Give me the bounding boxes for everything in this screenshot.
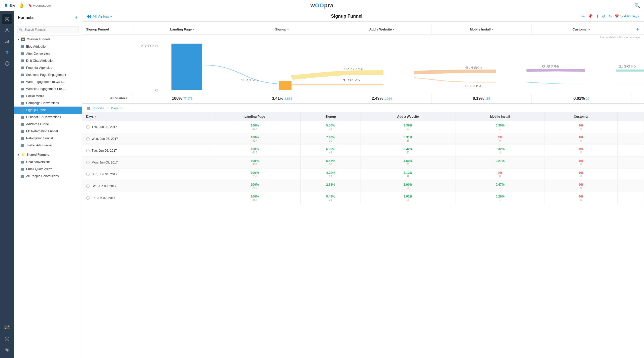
search-input[interactable] <box>17 26 79 33</box>
date-radio[interactable] <box>86 149 90 152</box>
refresh-icon[interactable]: ↻ <box>609 14 612 19</box>
chevron-down-icon: ▾ <box>193 28 194 31</box>
rail-dashboard-icon[interactable] <box>2 14 12 24</box>
cohorts-button[interactable]: Cohorts <box>92 106 104 110</box>
rail-analytics-icon[interactable] <box>2 36 12 46</box>
cell-mobile: 0.32% 2 <box>455 145 545 157</box>
cell-mobile: 0.30% 1 <box>455 121 545 133</box>
rail-timer-icon[interactable] <box>2 58 12 69</box>
sidebar-item-label: After Conversion <box>26 52 50 55</box>
sidebar-item-hubspot-lp[interactable]: Hubspot LP Conversions <box>14 114 82 121</box>
funnel-item-icon <box>21 88 24 90</box>
cell-landing: 100% 613 <box>209 145 301 157</box>
col-header-signup[interactable]: Signup ▾ <box>232 24 332 35</box>
app-logo: wOOpra <box>310 2 334 9</box>
date-radio[interactable] <box>86 196 90 200</box>
date-range-button[interactable]: 📅 Last 90 Days <box>615 14 639 18</box>
svg-point-1 <box>6 18 8 20</box>
cell-website: 3.42% 21 <box>361 145 455 157</box>
funnel-item-icon <box>21 81 24 83</box>
th-days[interactable]: Days ▾ <box>82 112 209 121</box>
rail-settings-icon[interactable] <box>2 345 12 355</box>
chevron-down-icon: ▾ <box>287 28 289 31</box>
sidebar-item-twitter-ads[interactable]: Twitter Ads Funnel <box>14 142 82 149</box>
grid-icon: ▦ <box>87 106 90 110</box>
bookmark-icon: 🔖 <box>28 4 32 7</box>
cell-landing: 100% 456 <box>209 157 301 169</box>
share-icon[interactable]: ↪ <box>581 14 585 19</box>
cell-date: Fri, Jun 02, 2017 <box>82 192 209 204</box>
sidebar-item-blog-attribution[interactable]: Blog Attribution <box>14 43 82 50</box>
period-button[interactable]: Days <box>111 106 119 110</box>
sidebar-item-solutions-page[interactable]: Solutions Page Engagement <box>14 71 82 78</box>
topnav-right: 🔍 <box>634 3 640 8</box>
sidebar-item-web-engagement[interactable]: Web Engagement to Cust... <box>14 78 82 85</box>
funnel-chart-area: Signup Funnel Landing Page ▾ Signup ▾ Ad… <box>82 22 644 104</box>
col-header-customer[interactable]: Customer ▾ <box>532 24 631 35</box>
all-visitors-button[interactable]: 👥 All Visitors ▾ <box>87 14 112 18</box>
sidebar-item-campaign-conversions[interactable]: Campaign Conversions <box>14 100 82 107</box>
search-icon: 🔍 <box>19 28 23 31</box>
sidebar-item-label: Hubspot LP Conversions <box>26 115 61 119</box>
sidebar-item-after-conversion[interactable]: After Conversion <box>14 50 82 57</box>
sidebar-item-potential-agencies[interactable]: Potential Agencies <box>14 64 82 71</box>
funnel-title: Signup Funnel <box>331 14 363 19</box>
svg-point-6 <box>6 28 8 30</box>
search-icon[interactable]: 🔍 <box>634 3 640 8</box>
date-radio[interactable] <box>86 125 90 129</box>
col-header-mobile-install[interactable]: Mobile Install ▾ <box>432 24 531 35</box>
rail-toggle1-icon[interactable] <box>2 322 12 332</box>
col-header-landing-page[interactable]: Landing Page ▾ <box>132 24 232 35</box>
sidebar-item-drift-chat[interactable]: Drift Chat Attribution <box>14 57 82 64</box>
rail-funnel-icon[interactable] <box>2 47 12 57</box>
sidebar-item-email-quota[interactable]: Email Quota Alerts <box>14 166 82 173</box>
chevron-down-icon[interactable]: ▾ <box>120 107 122 110</box>
gear-icon[interactable]: ⚙ <box>602 14 605 19</box>
summary-signup: 3.41% 2,664 <box>232 94 332 103</box>
date-radio[interactable] <box>86 161 90 164</box>
user-profile[interactable]: 👤 Elle <box>4 4 15 7</box>
rail-people-icon[interactable] <box>2 25 12 35</box>
sidebar-item-signup-funnel[interactable]: Signup Funnel <box>14 107 82 114</box>
col-header-add-website[interactable]: Add a Website ▾ <box>332 24 432 35</box>
sidebar-item-label: Twitter Ads Funnel <box>26 144 52 147</box>
col-header-add[interactable]: + <box>631 24 644 35</box>
date-radio[interactable] <box>86 173 90 176</box>
svg-text:0.97%: 0.97% <box>542 65 559 68</box>
svg-rect-22 <box>279 81 292 90</box>
custom-funnels-group-header[interactable]: ▼ 📁 Custom Funnels <box>14 36 82 43</box>
sidebar-search-container: 🔍 <box>14 24 82 36</box>
shared-funnels-group-header[interactable]: ▼ 📁 Shared Funnels <box>14 151 82 158</box>
pin-icon[interactable]: 📌 <box>588 14 593 19</box>
sidebar-add-button[interactable]: + <box>75 15 78 20</box>
sidebar-item-adwords-funnel[interactable]: AdWords Funnel <box>14 121 82 128</box>
bell-icon[interactable]: 🔔 <box>19 3 24 8</box>
funnel-item-icon <box>21 95 24 97</box>
sidebar-item-website-engagement[interactable]: Website Engagement Pre-... <box>14 85 82 92</box>
chevron-down-icon: ▾ <box>589 28 590 31</box>
th-customer: Customer <box>545 112 618 121</box>
shared-funnels-label: Shared Funnels <box>26 153 49 156</box>
funnel-visualization: 77978 0 <box>82 40 644 94</box>
svg-point-18 <box>7 339 7 339</box>
rail-target-icon[interactable] <box>2 334 12 344</box>
cell-website: 5.31% 28 <box>361 133 455 145</box>
svg-point-15 <box>5 328 6 329</box>
date-radio[interactable] <box>86 184 90 188</box>
arrow-icon: → <box>106 106 109 110</box>
cell-landing: 100% 256 <box>209 169 301 180</box>
topnav-left: 👤 Elle 🔔 🔖 woopra.com <box>4 3 51 8</box>
date-text: Mon, Jun 05, 2017 <box>92 161 118 164</box>
download-icon[interactable]: ⬇ <box>596 14 599 19</box>
cell-signup: 6.57% 30 <box>301 157 361 169</box>
funnel-item-icon <box>21 45 24 48</box>
sidebar-item-retargeting-funnel[interactable]: Retargeting Funnel <box>14 135 82 142</box>
sidebar-item-label: Drift Chat Attribution <box>26 59 54 62</box>
cell-signup: 2.38% 5 <box>301 180 361 192</box>
sidebar-item-chat-conversions[interactable]: Chat conversions <box>14 158 82 166</box>
date-radio[interactable] <box>86 137 90 141</box>
sort-icon: ▾ <box>95 115 96 118</box>
sidebar-item-fb-retargeting[interactable]: FB Retargeting Funnel <box>14 128 82 135</box>
sidebar-item-all-people-conversions[interactable]: All People Conversions <box>14 173 82 180</box>
sidebar-item-social-media[interactable]: Social Media <box>14 92 82 100</box>
